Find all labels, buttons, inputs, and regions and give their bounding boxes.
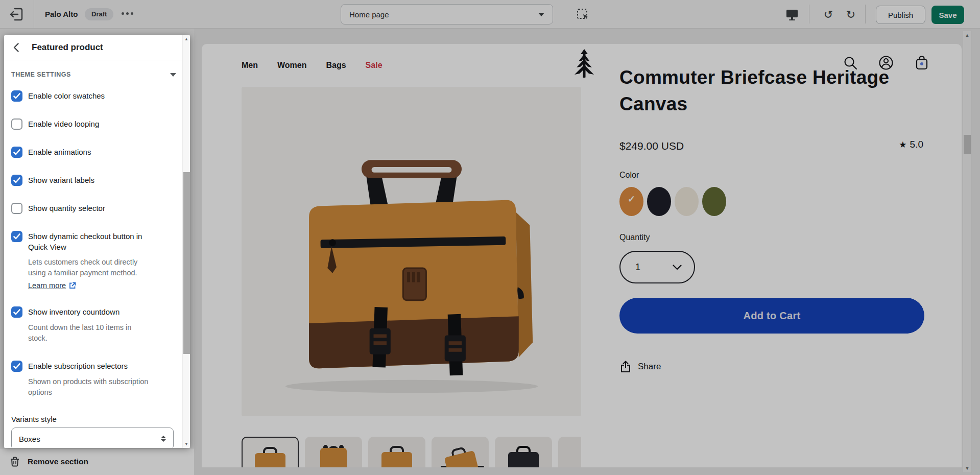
thumbnail-strip: [242, 437, 581, 467]
checkbox[interactable]: [11, 231, 22, 242]
checkbox[interactable]: [11, 147, 22, 158]
page-selector-value: Home page: [349, 10, 389, 19]
check-icon: [13, 233, 20, 240]
setting-label: Show variant labels: [28, 175, 150, 186]
panel-title: Featured product: [32, 42, 103, 53]
color-swatch[interactable]: ✓: [619, 187, 643, 216]
nav-item[interactable]: Men: [242, 61, 258, 70]
collapse-caret-icon: [170, 73, 176, 77]
scroll-up-icon[interactable]: ▲: [183, 37, 190, 41]
setting-row: Show inventory countdown Count down the …: [11, 306, 179, 344]
product-thumbnail[interactable]: [495, 437, 552, 467]
preview-scrollbar[interactable]: ▲ ▼: [963, 31, 972, 473]
theme-settings-header[interactable]: THEME SETTINGS: [11, 71, 179, 78]
shop-nav: MenWomenBagsSale: [242, 61, 383, 70]
panel-body: THEME SETTINGS Enable color swatches: [4, 61, 182, 448]
check-icon: [13, 363, 20, 369]
product-thumbnail[interactable]: [305, 437, 362, 467]
check-icon: [13, 93, 20, 99]
checkbox[interactable]: [11, 175, 22, 186]
variants-style-label: Variants style: [11, 415, 179, 423]
scrollbar-thumb[interactable]: [964, 135, 971, 154]
product-main-image[interactable]: [242, 87, 581, 416]
status-badge: Draft: [85, 8, 113, 20]
product-price: $249.00 USD: [619, 140, 684, 152]
checkbox[interactable]: [11, 90, 22, 102]
quantity-label: Quantity: [619, 233, 650, 242]
product-rating[interactable]: ★ 5.0: [899, 139, 923, 150]
topbar: Palo Alto Draft Home page ↺ ↻ Publish Sa…: [0, 0, 980, 29]
product-info: Commuter Briefcase Heritage Canvas $249.…: [619, 44, 924, 467]
product-thumbnail[interactable]: [368, 437, 425, 467]
external-link-icon: [69, 282, 76, 289]
color-swatch[interactable]: [647, 187, 671, 216]
more-menu-icon[interactable]: [122, 12, 133, 15]
featured-product-settings-panel: Featured product THEME SETTINGS: [4, 35, 190, 448]
thumbnail-bag-illustration: [505, 444, 542, 467]
scroll-down-icon[interactable]: ▼: [963, 466, 971, 471]
check-icon: [13, 309, 20, 315]
share-button[interactable]: Share: [620, 361, 661, 373]
color-swatch[interactable]: [702, 187, 726, 216]
learn-more-link[interactable]: Learn more: [28, 281, 66, 290]
device-preview-monitor-icon[interactable]: [785, 8, 799, 22]
select-stepper-icon: [161, 436, 166, 442]
add-to-cart-button[interactable]: Add to Cart: [619, 298, 924, 334]
check-icon: [13, 149, 20, 155]
color-swatches: ✓: [619, 187, 726, 216]
setting-label: Show inventory countdown: [28, 306, 150, 318]
scroll-up-icon[interactable]: ▲: [963, 33, 971, 38]
remove-section-label: Remove section: [28, 457, 88, 466]
checkbox[interactable]: [11, 203, 22, 214]
setting-label: Show quantity selector: [28, 203, 150, 214]
shop-logo-tree-icon[interactable]: [574, 49, 594, 81]
redo-icon[interactable]: ↻: [844, 8, 858, 22]
save-button[interactable]: Save: [931, 6, 964, 24]
share-icon: [620, 361, 631, 373]
product-title: Commuter Briefcase Heritage Canvas: [619, 64, 936, 117]
setting-label: Enable color swatches: [28, 90, 150, 102]
nav-item[interactable]: Sale: [366, 61, 383, 70]
setting-help-text: Shown on products with subscription opti…: [11, 376, 150, 398]
checkbox[interactable]: [11, 361, 22, 372]
scrollbar-thumb[interactable]: [183, 172, 190, 354]
thumbnail-bag-illustration: [439, 442, 484, 467]
panel-scrollbar[interactable]: ▲ ▼: [182, 35, 190, 448]
color-swatch[interactable]: [675, 187, 699, 216]
scroll-down-icon[interactable]: ▼: [183, 442, 190, 446]
quantity-selector[interactable]: 1: [619, 251, 695, 283]
setting-row: Enable video looping: [11, 118, 179, 130]
product-thumbnail[interactable]: [558, 437, 581, 467]
undo-icon[interactable]: ↺: [821, 8, 835, 22]
publish-button[interactable]: Publish: [876, 6, 925, 24]
exit-editor-icon[interactable]: [9, 7, 24, 22]
learn-more-row: Learn more: [11, 281, 179, 290]
nav-item[interactable]: Women: [277, 61, 306, 70]
thumbnail-bag-illustration: [252, 445, 289, 467]
nav-item[interactable]: Bags: [326, 61, 346, 70]
chevron-down-icon: [673, 265, 682, 270]
check-icon: [13, 177, 20, 183]
setting-help-text: Lets customers check out directly using …: [11, 257, 150, 278]
divider: [865, 5, 866, 23]
remove-section-button[interactable]: Remove section: [0, 448, 194, 475]
product-thumbnail[interactable]: [242, 437, 299, 467]
page-selector[interactable]: Home page: [341, 4, 553, 25]
setting-label: Show dynamic checkout button in Quick Vi…: [28, 231, 150, 252]
checkbox[interactable]: [11, 306, 22, 318]
back-icon[interactable]: [13, 44, 20, 51]
star-icon: ★: [899, 139, 906, 150]
setting-help-text: Count down the last 10 items in stock.: [11, 322, 150, 344]
store-name: Palo Alto: [45, 10, 78, 18]
quantity-value: 1: [635, 262, 640, 273]
setting-row: Show quantity selector: [11, 203, 179, 214]
trash-icon: [10, 457, 19, 467]
product-thumbnail[interactable]: [432, 437, 489, 467]
thumbnail-bag-illustration: [315, 444, 352, 467]
select-element-tool-icon[interactable]: [576, 8, 590, 22]
setting-label: Enable video looping: [28, 118, 150, 130]
check-icon: ✓: [619, 194, 643, 205]
checkbox[interactable]: [11, 118, 22, 130]
variants-style-value: Boxes: [19, 435, 40, 443]
variants-style-select[interactable]: Boxes: [11, 428, 174, 448]
